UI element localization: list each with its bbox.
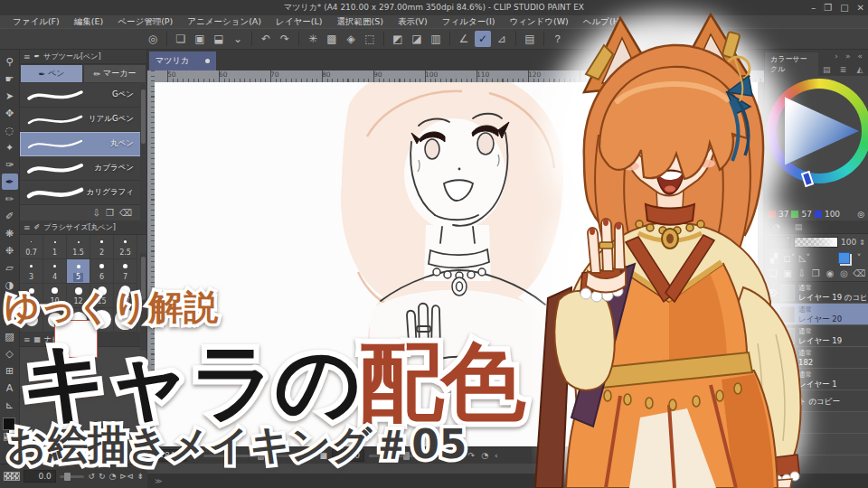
menu-item[interactable]: ページ管理(P) bbox=[110, 16, 180, 28]
undo-icon[interactable]: ↶ bbox=[258, 31, 274, 47]
layer-row[interactable]: ト のコピー bbox=[765, 390, 868, 412]
expand-statusbar-icon[interactable]: ≫ bbox=[155, 477, 162, 485]
select-layer-icon[interactable]: ▥ bbox=[428, 31, 444, 47]
layer-mask-icon[interactable]: ◉ bbox=[825, 267, 836, 279]
opacity-stepper[interactable]: ⇕ bbox=[859, 239, 865, 247]
panel-collapse-icon[interactable]: › bbox=[835, 52, 838, 61]
canvas-scrollbar[interactable] bbox=[758, 82, 764, 446]
menu-item[interactable]: フィルター(I) bbox=[435, 16, 503, 28]
maximize-button[interactable]: □ bbox=[840, 3, 848, 13]
layer-row[interactable]: 通常レイヤー 19 のコピー bbox=[765, 282, 868, 304]
airbrush-tool[interactable]: ❋ bbox=[2, 225, 18, 241]
fill-enclosed-icon[interactable]: ▩ bbox=[324, 31, 340, 47]
decoration-tool[interactable]: ❉ bbox=[2, 242, 18, 258]
snap-ruler-icon[interactable]: ∠ bbox=[456, 31, 472, 47]
text-tool[interactable]: A bbox=[2, 380, 18, 396]
delete-layer-icon[interactable]: ⌫ bbox=[853, 267, 865, 279]
brush-size-1[interactable]: 1 bbox=[43, 235, 67, 259]
fit-screen-icon[interactable]: ⇟ bbox=[137, 472, 144, 481]
color-mode-icon[interactable]: ◎ bbox=[857, 210, 864, 219]
transfer-layer-icon[interactable]: ⇩ bbox=[796, 267, 807, 279]
clear-icon[interactable]: ✳ bbox=[305, 31, 321, 47]
minimize-button[interactable]: – bbox=[811, 3, 816, 13]
new-folder-icon[interactable]: ▣ bbox=[782, 267, 794, 279]
brush-size-2.5[interactable]: 2.5 bbox=[114, 235, 137, 259]
opacity-value[interactable]: 100 bbox=[841, 238, 856, 247]
color-slider-tab[interactable]: ▤ bbox=[818, 63, 835, 76]
color-set-icon[interactable]: ▤ bbox=[788, 221, 808, 233]
timer-icon[interactable]: ◔ bbox=[481, 451, 488, 460]
menu-item[interactable]: ファイル(F) bbox=[5, 16, 67, 28]
help-icon[interactable]: ？ bbox=[550, 31, 566, 47]
reset-rotate-icon[interactable]: ◔ bbox=[109, 472, 117, 481]
menu-item[interactable]: 表示(V) bbox=[391, 16, 435, 28]
duplicate-layer-icon[interactable]: ❐ bbox=[810, 267, 822, 279]
brush-size-6[interactable]: 6 bbox=[90, 259, 114, 284]
menu-item[interactable]: アニメーション(A) bbox=[180, 16, 269, 28]
layer-visibility-icon[interactable] bbox=[767, 333, 777, 340]
pen-item-リアルGペン[interactable]: リアルGペン bbox=[20, 108, 146, 132]
color-set-tab[interactable]: ≣ bbox=[835, 63, 851, 76]
pen-item-丸ペン[interactable]: 丸ペン bbox=[20, 132, 146, 156]
eraser-tool[interactable]: ▱ bbox=[2, 259, 18, 276]
new-layer-icon[interactable]: ❏ bbox=[768, 267, 779, 279]
menu-item[interactable]: 編集(E) bbox=[67, 16, 110, 28]
snap-special-ruler-icon[interactable]: ✓ bbox=[475, 31, 491, 47]
restore-button[interactable]: ❐ bbox=[824, 3, 832, 13]
zoom-tool[interactable]: ⚲ bbox=[2, 53, 18, 70]
menu-item[interactable]: ウィンドウ(W) bbox=[502, 16, 575, 28]
flip-horizontal-icon[interactable]: ⊳⊲ bbox=[119, 472, 133, 481]
brush-size-4[interactable]: 4 bbox=[43, 259, 67, 284]
snap-grid-icon[interactable]: ⊿ bbox=[494, 31, 510, 47]
register-subtool-icon[interactable]: ⇩ bbox=[93, 208, 100, 218]
layer-visibility-icon[interactable] bbox=[767, 354, 777, 361]
redo-small-icon[interactable]: ↷ bbox=[468, 451, 476, 460]
fill-icon[interactable]: ◈ bbox=[343, 31, 359, 47]
close-button[interactable]: ✕ bbox=[857, 3, 864, 13]
approx-color-tab[interactable]: ◭ bbox=[852, 63, 868, 76]
layer-visibility-icon[interactable] bbox=[767, 289, 777, 296]
open-file-icon[interactable]: ▣ bbox=[192, 31, 208, 47]
brushsize-panel-header[interactable]: ≡ ✐ ブラシサイズ[丸ペン] bbox=[20, 221, 146, 235]
pen-tool[interactable]: ✒ bbox=[2, 174, 18, 190]
invert-select-icon[interactable]: ◪ bbox=[409, 31, 425, 47]
brush-size-7[interactable]: 7 bbox=[114, 259, 137, 284]
navigator-rotation-value[interactable]: 0.0 bbox=[24, 470, 56, 483]
collapse-icon[interactable]: ‹ bbox=[495, 451, 498, 460]
layer-row[interactable]: 通常レイヤー 19 bbox=[765, 325, 868, 347]
subtool-panel-header[interactable]: ≡ ✒ サブツール[ペン] bbox=[20, 50, 146, 64]
copy-subtool-icon[interactable]: ❐ bbox=[106, 208, 114, 218]
hand-tool[interactable]: ☛ bbox=[2, 70, 18, 87]
apply-mask-icon[interactable]: ◎ bbox=[838, 267, 850, 279]
mask-area-icon[interactable]: ▞ bbox=[768, 252, 780, 264]
color-history-icon[interactable]: ◔ bbox=[767, 221, 787, 233]
brush-size-0.7[interactable]: 0.7 bbox=[20, 235, 43, 259]
brush-tool[interactable]: ✐ bbox=[2, 208, 18, 224]
onion-skin-icon[interactable]: ▤ bbox=[522, 31, 538, 47]
brush-size-3[interactable]: 3 bbox=[20, 259, 43, 284]
subtool-tab-ペン[interactable]: ✒ペン bbox=[20, 64, 83, 83]
lock-layer-icon[interactable]: ◻˅ bbox=[783, 252, 796, 264]
panel-menu-icon[interactable]: ≡ bbox=[24, 52, 31, 61]
menu-item[interactable]: ヘルプ(H) bbox=[576, 16, 630, 28]
save-arrow-icon[interactable]: ⌄ bbox=[230, 31, 246, 47]
layer-row[interactable]: 通常182 bbox=[765, 347, 868, 369]
layer-row[interactable]: 通常レイヤー 1 bbox=[765, 369, 868, 390]
frame-border-tool[interactable]: ⊞ bbox=[2, 362, 18, 379]
pen-item-カリグラフィ[interactable]: カリグラフィ bbox=[20, 181, 146, 205]
subtool-tab-マーカー[interactable]: ✏マーカー bbox=[83, 64, 146, 83]
ruler-tool[interactable]: ⊾ bbox=[2, 397, 18, 413]
figure-tool[interactable]: ◇ bbox=[2, 345, 18, 361]
canvas-tab[interactable]: マツリカ bbox=[149, 52, 216, 70]
save-icon[interactable]: ⬓ bbox=[211, 31, 227, 47]
brush-size-5[interactable]: 5 bbox=[67, 259, 90, 284]
rotate-right-icon[interactable]: ↻ bbox=[99, 472, 106, 481]
menu-item[interactable]: レイヤー(L) bbox=[269, 16, 329, 28]
eyedropper-tool[interactable]: ✑ bbox=[2, 156, 18, 173]
color-wheel[interactable] bbox=[765, 76, 868, 208]
redo-icon[interactable]: ↷ bbox=[277, 31, 293, 47]
transparent-color-icon[interactable] bbox=[4, 472, 20, 481]
subtool-scrollbar[interactable] bbox=[140, 82, 146, 222]
pen-item-Gペン[interactable]: Gペン bbox=[20, 83, 146, 108]
navigator-slider[interactable] bbox=[60, 475, 85, 478]
